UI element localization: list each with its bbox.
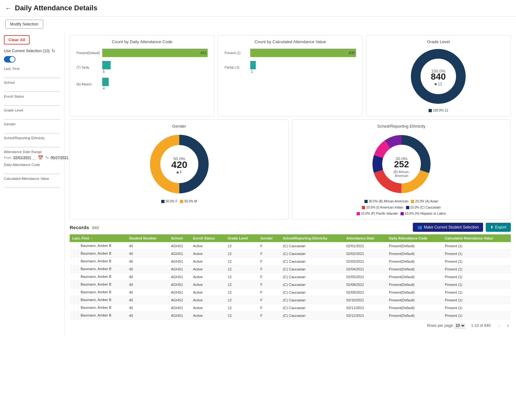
people-icon: 👥 (417, 225, 422, 230)
filter-label-grade-level: Grade Level (4, 108, 60, 112)
export-button[interactable]: ⬇ Export (486, 223, 511, 232)
modify-selection-button[interactable]: Modify Selection (5, 20, 43, 29)
filter-select-enroll-status[interactable] (4, 99, 60, 106)
table-cell: ⋮⋮Baumann, Amber B (70, 312, 126, 319)
next-page-button[interactable]: › (505, 322, 511, 329)
table-cell: 40 (126, 296, 168, 304)
table-cell: F (258, 288, 280, 296)
use-current-toggle[interactable] (4, 56, 15, 63)
table-cell: 40 (126, 281, 168, 288)
table-cell: ⋮⋮Baumann, Amber B (70, 250, 126, 258)
filter-select-grade-level[interactable] (4, 113, 60, 120)
table-cell: 12 (225, 296, 258, 304)
page-header: ← Daily Attendance Details (0, 0, 516, 16)
chart-title-daily-att-code: Count by Daily Attendance Code (74, 39, 210, 44)
filter-select-daily-att-code[interactable] (4, 167, 60, 174)
bar-row-present-default: Present(Default) 831 (76, 49, 208, 57)
donut-ethnicity-sub: (B) African- (393, 170, 409, 174)
main-content: Count by Daily Attendance Code Present(D… (64, 32, 516, 335)
col-gender[interactable]: Gender (258, 234, 280, 242)
col-last-first[interactable]: Last, First ↑ (70, 234, 126, 242)
col-enroll-status[interactable]: Enroll Status (191, 234, 225, 242)
table-cell: 40 (126, 250, 168, 258)
col-sched-ethnicity[interactable]: Sched/Reporting Ethnicity (280, 234, 344, 242)
drag-handle-icon: ⋮⋮ (72, 290, 79, 294)
table-row: ⋮⋮Baumann, Amber B40AGHS1Active12F(C) Ca… (70, 312, 511, 319)
chart-title-ethnicity: Sched/Reporting Ethnicity (296, 124, 507, 129)
legend-label-grade: 100.0% 12 (433, 109, 448, 112)
filter-select-school[interactable] (4, 85, 60, 92)
col-calc-att-value[interactable]: Calculated Attendance Value (442, 234, 511, 242)
clear-all-button[interactable]: Clear All (4, 35, 30, 44)
table-cell: Present(Default) (386, 281, 442, 288)
col-daily-att-code[interactable]: Daily Attendance Code (386, 234, 442, 242)
table-cell: ⋮⋮Baumann, Amber B (70, 296, 126, 304)
date-to-label: To (45, 156, 49, 160)
table-cell: (C) Caucasian (280, 304, 344, 312)
bar-chart-calc: Present (1) 839 Partial (.5) 1 (222, 47, 358, 79)
filter-label-calc-att-value: Calculated Attendance Value (4, 177, 60, 181)
table-row: ⋮⋮Baumann, Amber B40AGHS1Active12F(C) Ca… (70, 281, 511, 288)
legend-dot-asian (411, 200, 414, 203)
back-button[interactable]: ← (5, 5, 12, 12)
table-cell: Present(Default) (386, 258, 442, 265)
table-cell: 12 (225, 312, 258, 319)
legend-label-american-indian: 20.0% (I) American Indian (366, 206, 403, 209)
drag-handle-icon: ⋮⋮ (72, 267, 79, 271)
use-current-label: Use Current Selection (10) (4, 49, 50, 53)
table-header-row: Last, First ↑ Student Number School Enro… (70, 234, 511, 242)
table-cell: (C) Caucasian (280, 242, 344, 250)
table-cell: Present (1) (442, 312, 511, 319)
col-school[interactable]: School (168, 234, 190, 242)
table-cell: AGHS1 (168, 281, 190, 288)
filter-input-last-first[interactable] (4, 71, 60, 78)
donut-gender-value: 420 (171, 159, 187, 170)
col-grade-level[interactable]: Grade Level (225, 234, 258, 242)
filter-enroll-status: Enroll Status (4, 94, 60, 106)
table-cell: AGHS1 (168, 242, 190, 250)
drag-handle-icon: ⋮⋮ (72, 244, 79, 248)
legend-label-african-american: 30.0% (B) African-American (369, 200, 408, 203)
table-row: ⋮⋮Baumann, Amber B40AGHS1Active12F(C) Ca… (70, 304, 511, 312)
table-cell: 02/05/2021 (344, 273, 386, 281)
bar-value-absent: 4 (103, 87, 105, 90)
date-from-input[interactable] (13, 156, 36, 160)
charts-row-1: Count by Daily Attendance Code Present(D… (70, 35, 511, 116)
records-count: 840 (92, 225, 99, 230)
calendar-from-icon[interactable]: 📅 (38, 155, 43, 160)
table-cell: 02/08/2021 (344, 281, 386, 288)
rows-per-page-select[interactable]: 10 25 50 (454, 323, 465, 328)
col-attendance-date[interactable]: Attendance Date (344, 234, 386, 242)
filter-select-gender[interactable] (4, 127, 60, 133)
records-title: Records (70, 225, 89, 230)
bar-present-1: 839 (250, 49, 356, 57)
col-student-number[interactable]: Student Number (126, 234, 168, 242)
bar-label-partial: Partial (.5) (224, 66, 250, 69)
legend-item-gender-m: 50.0% M (180, 200, 197, 203)
filter-select-calc-att-value[interactable] (4, 181, 60, 188)
filter-select-sched-ethnicity[interactable] (4, 141, 60, 147)
table-row: ⋮⋮Baumann, Amber B40AGHS1Active12F(C) Ca… (70, 296, 511, 304)
table-row: ⋮⋮Baumann, Amber B40AGHS1Active12F(C) Ca… (70, 258, 511, 265)
records-title-wrap: Records 840 (70, 225, 99, 230)
donut-grade-svg: 100.0% 840 ■ 12 (409, 47, 467, 105)
table-cell: Present(Default) (386, 242, 442, 250)
prev-page-button[interactable]: ‹ (496, 322, 502, 329)
table-cell: Active (191, 312, 225, 319)
date-range-row: From 📅 To 📅 (4, 155, 60, 160)
make-current-student-selection-button[interactable]: 👥 Make Current Student Selection (413, 223, 483, 232)
table-cell: (C) Caucasian (280, 312, 344, 319)
legend-label-caucasian: 10.0% (C) Caucasian (410, 206, 441, 209)
table-cell: Present(Default) (386, 304, 442, 312)
table-cell: Present (1) (442, 265, 511, 273)
table-cell: 12 (225, 265, 258, 273)
table-cell: Active (191, 265, 225, 273)
table-cell: 40 (126, 258, 168, 265)
make-current-btn-label: Make Current Student Selection (424, 225, 479, 230)
filter-daily-att-code: Daily Attendance Code (4, 163, 60, 174)
bar-row-present-1: Present (1) 839 (224, 49, 356, 57)
refresh-icon[interactable]: ↻ (52, 48, 55, 54)
use-current-row: Use Current Selection (10) ↻ (4, 48, 60, 54)
chart-calc-attendance-value: Count by Calculated Attendance Value Pre… (218, 35, 362, 116)
download-icon: ⬇ (490, 225, 493, 230)
